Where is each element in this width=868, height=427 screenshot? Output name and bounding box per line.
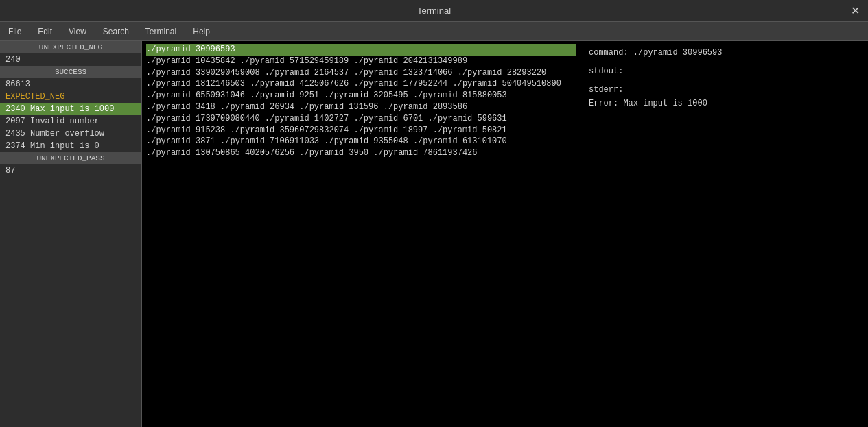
terminal-line: ./pyramid 1402727 xyxy=(265,114,349,123)
terminal-line: ./pyramid 9355048 xyxy=(324,136,408,146)
menu-item-terminal[interactable]: Terminal xyxy=(143,25,179,38)
terminal-line: ./pyramid 78611937426 xyxy=(373,148,477,158)
menu-item-view[interactable]: View xyxy=(66,25,89,38)
sidebar: UNEXPECTED_NEG240SUCCESS86613EXPECTED_NE… xyxy=(0,41,142,427)
terminal-line: ./pyramid 9251 xyxy=(250,90,319,100)
terminal-line: ./pyramid 3205495 xyxy=(324,90,408,100)
sidebar-entry[interactable]: EXPECTED_NEG xyxy=(0,90,141,103)
stderr-value: Error: Max input is 1000 xyxy=(589,99,707,108)
stdout-section: stdout: xyxy=(589,65,860,78)
stdout-label: stdout: xyxy=(589,66,623,76)
sidebar-entry[interactable]: 86613 xyxy=(0,78,141,90)
terminal-line: ./pyramid 599631 xyxy=(428,114,507,123)
terminal-line: ./pyramid 915238 xyxy=(146,125,225,135)
terminal-line: ./pyramid 613101070 xyxy=(413,136,507,146)
titlebar-title: Terminal xyxy=(417,5,451,16)
sidebar-entry[interactable]: 2097 Invalid number xyxy=(0,115,141,127)
terminal-line: ./pyramid 3390290459008 xyxy=(146,68,260,77)
command-section: command: ./pyramid 30996593 xyxy=(589,47,860,60)
terminal-line: ./pyramid 130750865 4020576256 xyxy=(146,148,294,158)
stderr-label: stderr: xyxy=(589,85,623,95)
terminal-line: ./pyramid 815880053 xyxy=(413,90,507,100)
terminal-line: ./pyramid 3950 xyxy=(299,148,368,158)
sidebar-entry[interactable]: UNEXPECTED_PASS xyxy=(0,152,141,164)
sidebar-entry[interactable]: 2435 Number overflow xyxy=(0,127,141,140)
terminal-line: ./pyramid 1323714066 xyxy=(353,68,452,77)
sidebar-entry[interactable]: 87 xyxy=(0,164,141,177)
menubar: FileEditViewSearchTerminalHelp xyxy=(0,22,868,41)
terminal-line: ./pyramid 571529459189 xyxy=(240,56,349,66)
sidebar-entry[interactable]: UNEXPECTED_NEG xyxy=(0,41,141,53)
terminal-line: ./pyramid 3871 xyxy=(146,136,215,146)
main-content: UNEXPECTED_NEG240SUCCESS86613EXPECTED_NE… xyxy=(0,41,868,427)
menu-item-file[interactable]: File xyxy=(5,25,24,38)
terminal-output[interactable]: ./pyramid 30996593 ./pyramid 10435842 ./… xyxy=(142,41,580,427)
terminal-line: ./pyramid 6550931046 xyxy=(146,90,245,100)
terminal-line: ./pyramid 2164537 xyxy=(265,68,349,77)
terminal-line: ./pyramid 10435842 xyxy=(146,56,235,66)
sidebar-entry[interactable]: 240 xyxy=(0,53,141,66)
menu-item-search[interactable]: Search xyxy=(100,25,132,38)
menu-item-edit[interactable]: Edit xyxy=(35,25,55,38)
menu-item-help[interactable]: Help xyxy=(190,25,213,38)
terminal-line: ./pyramid 7106911033 xyxy=(220,136,319,146)
terminal-line: ./pyramid 1739709080440 xyxy=(146,114,260,123)
terminal-line: ./pyramid 2042131349989 xyxy=(353,56,467,66)
terminal-line: ./pyramid 4125067626 xyxy=(250,79,349,88)
terminal-line: ./pyramid 28293220 xyxy=(458,68,547,77)
terminal-line: ./pyramid 177952244 xyxy=(353,79,447,88)
terminal-line: ./pyramid 2893586 xyxy=(384,102,467,112)
sidebar-entry[interactable]: 2340 Max input is 1000 xyxy=(0,103,141,115)
terminal-line: ./pyramid 131596 xyxy=(299,102,378,112)
terminal-line: ./pyramid 3418 xyxy=(146,102,215,112)
terminal-line: ./pyramid 30996593 xyxy=(146,44,576,56)
terminal-line: ./pyramid 26934 xyxy=(220,102,294,112)
stderr-section: stderr: Error: Max input is 1000 xyxy=(589,84,860,110)
sidebar-entry[interactable]: SUCCESS xyxy=(0,66,141,78)
titlebar: Terminal ✕ xyxy=(0,0,868,22)
terminal-line: ./pyramid 6701 xyxy=(353,114,423,123)
close-button[interactable]: ✕ xyxy=(851,5,860,16)
terminal-line: ./pyramid 504049510890 xyxy=(453,79,561,88)
command-label: command: xyxy=(589,48,629,58)
terminal-line: ./pyramid 1812146503 xyxy=(146,79,245,88)
terminal-line: ./pyramid 50821 xyxy=(433,125,507,135)
command-value-text: ./pyramid 30996593 xyxy=(633,48,723,58)
terminal-line: ./pyramid 35960729832074 xyxy=(230,125,349,135)
right-panel: command: ./pyramid 30996593 stdout: stde… xyxy=(580,41,868,427)
terminal-line: ./pyramid 18997 xyxy=(353,125,427,135)
sidebar-entry[interactable]: 2374 Min input is 0 xyxy=(0,140,141,152)
